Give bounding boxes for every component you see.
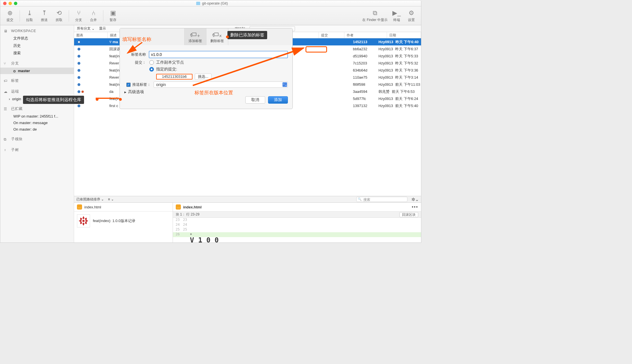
pull-button[interactable]: ⤓拉取: [24, 9, 35, 22]
status-bar: 已依照路径排序 ⌄ ≡ ⌄ 搜索 ✲⌄: [74, 196, 421, 203]
tags-section[interactable]: 🏷标签: [0, 76, 74, 85]
branches-section[interactable]: ⑂分支: [0, 59, 74, 68]
tag-name-label: 标签名称: [124, 52, 149, 57]
radio-working-copy-parent[interactable]: 工作副本父节点: [149, 60, 212, 65]
sidebar-branch-master[interactable]: master: [0, 68, 74, 74]
file-change-icon: …: [77, 204, 82, 210]
sidebar-stash-0[interactable]: WIP on master: 2455f11 f...: [0, 113, 74, 120]
svg-point-0: [82, 220, 85, 222]
file-change-icon: …: [176, 204, 181, 210]
advanced-toggle[interactable]: ▸高级选项: [124, 89, 288, 95]
branch-filter[interactable]: 所有分支⌄: [77, 26, 95, 31]
branch-button[interactable]: ⑂分支: [73, 9, 84, 22]
show-in-finder-button[interactable]: ⧉在 Finder 中显示: [362, 9, 388, 22]
sidebar-search[interactable]: 搜索: [0, 49, 74, 57]
commit-label: 提交：: [124, 60, 149, 65]
view-options[interactable]: ≡ ⌄: [108, 197, 114, 201]
diff-more-icon[interactable]: •••: [412, 204, 418, 210]
tab-add-tag[interactable]: 🏷₊添加标签: [184, 28, 206, 45]
workspace-section[interactable]: 🖥WORKSPACE: [0, 27, 74, 35]
detail-search[interactable]: 搜索: [356, 197, 407, 202]
fetch-button[interactable]: ⟲抓取: [53, 9, 65, 22]
subtrees-section[interactable]: ♀子树: [0, 146, 74, 154]
zoom-icon[interactable]: [14, 2, 17, 5]
revert-hunk-button[interactable]: 回滚区块: [399, 212, 418, 217]
toolbar: ⊕提交 ⤓拉取 ⤒推送 ⟲抓取 ⑂分支 ⑃合并 ▣暂存 ⧉在 Finder 中显…: [0, 7, 421, 25]
submodules-section[interactable]: ⧉子模块: [0, 135, 74, 143]
specified-commit-input[interactable]: 1452113031b6: [156, 74, 192, 80]
settings-button[interactable]: ⚙设置: [406, 9, 417, 22]
file-name[interactable]: index.html: [84, 205, 101, 209]
merge-button[interactable]: ⑃合并: [88, 9, 99, 22]
sort-mode[interactable]: 已依照路径排序 ⌄: [76, 197, 104, 202]
minimize-icon[interactable]: [9, 2, 12, 5]
push-tag-label: 推送标签：: [131, 82, 154, 87]
detail-gear-icon[interactable]: ✲⌄: [411, 197, 419, 202]
sidebar-history[interactable]: 历史: [0, 42, 74, 49]
push-tag-checkbox[interactable]: ✓: [126, 83, 131, 87]
sidebar-stash-1[interactable]: On master: message: [0, 120, 74, 126]
annotation-push-tag: 勾选后将标签推送到远程仓库: [23, 96, 84, 104]
commit-message: feat(index): 1.0.0版本记录: [93, 218, 135, 223]
close-icon[interactable]: [3, 2, 7, 5]
file-tree-header: … index.html: [74, 203, 173, 212]
titlebar: git-operate (Git): [0, 0, 421, 7]
terminal-button[interactable]: ▶_终端: [391, 9, 402, 22]
diff-file-name: index.html: [183, 205, 202, 209]
pick-commit-button[interactable]: 挑选...: [195, 74, 212, 80]
hunk-label: 块 1： 行 23-29: [176, 212, 199, 217]
push-button[interactable]: ⤒推送: [39, 9, 50, 22]
author-avatar: [77, 214, 90, 227]
radio-specified-commit[interactable]: 指定的提交:: [149, 67, 212, 72]
tag-name-input[interactable]: [149, 51, 288, 58]
window-title: git-operate (Git): [20, 1, 404, 5]
folder-icon: [196, 2, 200, 5]
sidebar: 🖥WORKSPACE 文件状态 历史 搜索 ⑂分支 master 🏷标签 ☁远端…: [0, 25, 74, 242]
sidebar-file-status[interactable]: 文件状态: [0, 35, 74, 42]
stash-button[interactable]: ▣暂存: [107, 9, 119, 22]
add-button[interactable]: 添加: [268, 96, 288, 104]
cancel-button[interactable]: 取消: [245, 96, 265, 104]
sidebar-stash-2[interactable]: On master: de: [0, 126, 74, 133]
annotation-remove-tag: 删除已添加的标签: [227, 31, 267, 39]
remote-select[interactable]: origin⌃⌄: [154, 81, 288, 88]
remotes-section[interactable]: ☁远端: [0, 87, 74, 96]
tab-remove-tag[interactable]: 🏷ₓ删除标签: [206, 28, 228, 45]
add-tag-dialog: 🏷₊添加标签 🏷ₓ删除标签 标签名称 提交： 工作副本父节点 指定的提交: 14…: [120, 28, 293, 109]
commit-button[interactable]: ⊕提交: [4, 9, 16, 22]
stashes-section[interactable]: ☰已贮藏: [0, 104, 74, 113]
display-filter[interactable]: 显示: [99, 26, 106, 31]
